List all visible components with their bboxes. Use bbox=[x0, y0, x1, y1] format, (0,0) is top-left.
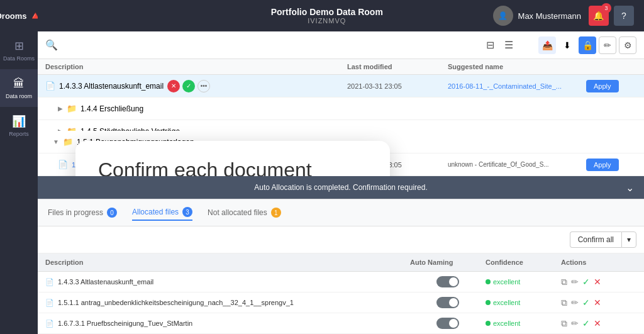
download-icon[interactable]: ⬇ bbox=[558, 36, 576, 54]
export-icon[interactable]: 📤 bbox=[538, 36, 556, 54]
bt-actions: ⧉ ✏ ✓ ✕ bbox=[561, 277, 636, 287]
bt-description: 📄 1.6.7.3.1 Pruefbscheinigung_Tuev_StMar… bbox=[45, 320, 410, 328]
tooltip-text: Confirm each document individually… bbox=[98, 159, 312, 176]
apply-button[interactable]: Apply bbox=[586, 80, 619, 92]
bt-naming bbox=[410, 276, 486, 287]
table-header: Description Last modified Suggested name bbox=[38, 59, 644, 75]
list-view-icon[interactable]: ☰ bbox=[504, 39, 513, 51]
header-center: Portfolio Demo Data Room IVIZNMVQ bbox=[271, 7, 383, 25]
sidebar-item-reports[interactable]: 📊 Reports bbox=[0, 107, 38, 145]
tab-label: Not allocated files bbox=[208, 208, 267, 217]
sidebar-item-data-room[interactable]: 🏛 Data room bbox=[0, 69, 38, 107]
bt-confidence: excellent bbox=[486, 278, 561, 286]
bottom-table-row: 📄 1.6.7.3.1 Pruefbscheinigung_Tuev_StMar… bbox=[38, 313, 644, 334]
room-code: IVIZNMVQ bbox=[271, 17, 383, 25]
edit-icon[interactable]: ✏ bbox=[571, 298, 579, 308]
toggle-knob bbox=[449, 277, 458, 286]
apply-button[interactable]: Apply bbox=[586, 159, 619, 171]
confirm-all-arrow[interactable]: ▾ bbox=[621, 231, 636, 248]
confidence-label: excellent bbox=[493, 278, 520, 286]
folder-icon: 📁 bbox=[67, 104, 77, 113]
reject-icon[interactable]: ✕ bbox=[594, 277, 601, 287]
data-room-icon: 🏛 bbox=[13, 77, 25, 91]
reject-icon[interactable]: ✕ bbox=[594, 298, 601, 308]
sidebar: Drooms 🔺 ⊞ Data Rooms 🏛 Data room 📊 Repo… bbox=[0, 0, 38, 334]
sidebar-item-label: Reports bbox=[9, 131, 29, 137]
data-rooms-icon: ⊞ bbox=[14, 39, 24, 53]
table-row: ▶ 📁 1.4.4 Erschließung bbox=[38, 97, 644, 120]
sidebar-item-data-rooms[interactable]: ⊞ Data Rooms bbox=[0, 31, 38, 69]
bottom-table: Description Auto Naming Confidence Actio… bbox=[38, 253, 644, 334]
bt-naming bbox=[410, 297, 486, 308]
confidence-dot bbox=[486, 300, 491, 305]
tab-badge: 3 bbox=[182, 207, 192, 217]
search-icon[interactable]: 🔍 bbox=[45, 39, 58, 51]
sidebar-item-label: Data room bbox=[6, 93, 32, 99]
copy-icon[interactable]: ⧉ bbox=[561, 277, 567, 287]
tab-badge: 1 bbox=[271, 208, 281, 218]
tab-not-allocated-files[interactable]: Not allocated files 1 bbox=[208, 205, 281, 220]
edit-icon[interactable]: ✏ bbox=[571, 277, 579, 287]
header-icons: 🔔 3 ? bbox=[589, 6, 634, 26]
confirm-all-main[interactable]: Confirm all bbox=[570, 231, 621, 248]
logo: Drooms 🔺 bbox=[0, 0, 38, 31]
auto-naming-toggle[interactable] bbox=[436, 318, 459, 329]
tooltip-popup: Confirm each document individually… bbox=[75, 141, 390, 176]
bt-actions: ⧉ ✏ ✓ ✕ bbox=[561, 318, 636, 329]
confidence-dot bbox=[486, 279, 491, 284]
chevron-down-icon[interactable]: ⌄ bbox=[626, 182, 634, 194]
bottom-panel: Files in progress 0 Allocated files 3 No… bbox=[38, 199, 644, 334]
file-icon: 📄 bbox=[45, 299, 54, 307]
bt-naming bbox=[410, 318, 486, 329]
bottom-table-row: 📄 1.5.1.1 antrag_unbedenklichkeitsbesche… bbox=[38, 292, 644, 313]
file-list-area: Description Last modified Suggested name… bbox=[38, 59, 644, 176]
file-suggested: 2016-08-11_-_Contaminated_Site_... bbox=[448, 82, 586, 90]
expand-icon[interactable]: ▶ bbox=[58, 105, 63, 112]
tab-label: Allocated files bbox=[132, 208, 179, 216]
main-content: Portfolio Demo Data Room IVIZNMVQ 👤 Max … bbox=[38, 0, 644, 334]
app-name: Drooms bbox=[0, 11, 27, 21]
edit-icon[interactable]: ✏ bbox=[571, 318, 579, 328]
reject-button[interactable]: ✕ bbox=[167, 80, 180, 92]
status-bar: Auto Allocation is completed. Confirmati… bbox=[38, 176, 644, 199]
confirm-icon[interactable]: ✓ bbox=[582, 298, 590, 308]
grid-view-icon[interactable]: ⊟ bbox=[486, 39, 494, 51]
confirm-all-area: Confirm all ▾ bbox=[38, 226, 644, 253]
help-button[interactable]: ? bbox=[614, 6, 634, 26]
user-info: 👤 Max Mustermann bbox=[493, 6, 581, 26]
notification-button[interactable]: 🔔 3 bbox=[589, 6, 609, 26]
bottom-table-header: Description Auto Naming Confidence Actio… bbox=[38, 253, 644, 272]
btcol-auto-naming: Auto Naming bbox=[410, 259, 486, 266]
tab-files-in-progress[interactable]: Files in progress 0 bbox=[48, 205, 117, 220]
auto-naming-toggle[interactable] bbox=[436, 276, 459, 287]
top-header: Portfolio Demo Data Room IVIZNMVQ 👤 Max … bbox=[38, 0, 644, 31]
lock-icon[interactable]: 🔒 bbox=[579, 36, 596, 54]
copy-icon[interactable]: ⧉ bbox=[561, 298, 567, 308]
bt-filename: 1.5.1.1 antrag_unbedenklichkeitsbeschein… bbox=[58, 299, 294, 306]
copy-icon[interactable]: ⧉ bbox=[561, 318, 567, 329]
accept-button[interactable]: ✓ bbox=[182, 80, 195, 92]
row-action: Apply bbox=[586, 159, 636, 171]
settings-icon[interactable]: ⚙ bbox=[619, 36, 636, 54]
reject-icon[interactable]: ✕ bbox=[594, 318, 601, 328]
edit-icon[interactable]: ✏ bbox=[599, 36, 616, 54]
bt-description: 📄 1.5.1.1 antrag_unbedenklichkeitsbesche… bbox=[45, 299, 410, 307]
content-toolbar: 🔍 ⊟ ☰ 📤 ⬇ 🔒 ✏ ⚙ bbox=[38, 31, 644, 59]
confidence-label: excellent bbox=[493, 299, 520, 306]
sidebar-nav: ⊞ Data Rooms 🏛 Data room 📊 Reports bbox=[0, 31, 38, 145]
help-icon: ? bbox=[621, 11, 626, 21]
file-name: 1.4.3.3 Altlastenauskunft_email bbox=[59, 82, 164, 91]
bt-filename: 1.6.7.3.1 Pruefbscheinigung_Tuev_StMarti… bbox=[58, 320, 192, 327]
confirm-icon[interactable]: ✓ bbox=[582, 277, 590, 287]
col-description-header: Description bbox=[45, 63, 347, 70]
confirm-icon[interactable]: ✓ bbox=[582, 318, 590, 328]
btcol-actions: Actions bbox=[561, 259, 636, 266]
more-button[interactable]: ••• bbox=[197, 80, 210, 92]
bottom-tabs: Files in progress 0 Allocated files 3 No… bbox=[38, 199, 644, 226]
file-suggested: unknown - Certificate_Of_Good_S... bbox=[448, 161, 586, 168]
row-description: 📄 1.4.3.3 Altlastenauskunft_email ✕ ✓ ••… bbox=[45, 80, 347, 92]
expand-icon[interactable]: ▼ bbox=[53, 138, 59, 145]
auto-naming-toggle[interactable] bbox=[436, 297, 459, 308]
tab-allocated-files[interactable]: Allocated files 3 bbox=[132, 204, 192, 221]
folder-name: 1.4.4 Erschließung bbox=[80, 104, 143, 113]
